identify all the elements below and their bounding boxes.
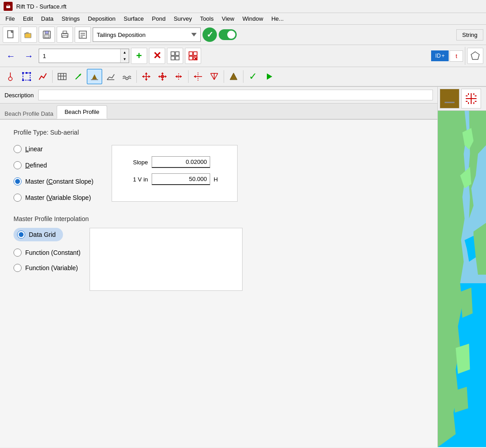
- profile-tool[interactable]: [87, 69, 102, 84]
- tab-row: Beach Profile Data Beach Profile: [0, 104, 437, 120]
- master-variable-radio-item[interactable]: Master (Variable Slope): [14, 194, 94, 202]
- record-input[interactable]: [39, 49, 120, 63]
- fan-tool[interactable]: [207, 69, 222, 84]
- spin-down[interactable]: ▼: [121, 56, 129, 63]
- func-variable-radio[interactable]: [14, 264, 22, 272]
- resize-tool[interactable]: [171, 69, 186, 84]
- master-constant-radio[interactable]: [14, 177, 22, 186]
- svg-marker-60: [194, 75, 196, 78]
- wave-tool[interactable]: [119, 69, 135, 84]
- run-tool[interactable]: [261, 69, 277, 84]
- h-input[interactable]: [152, 173, 210, 185]
- move-snap-tool[interactable]: [155, 69, 170, 84]
- interp-panel: [90, 228, 243, 291]
- svg-rect-18: [189, 52, 193, 55]
- func-variable-label: Function (Variable): [25, 264, 78, 272]
- select-tool[interactable]: [19, 69, 34, 84]
- svg-rect-27: [23, 73, 30, 80]
- defined-radio-item[interactable]: Defined: [14, 161, 94, 169]
- grid-button2[interactable]: [185, 48, 201, 64]
- deposition-dropdown[interactable]: Tailings Deposition: [93, 27, 201, 42]
- svg-marker-44: [145, 72, 148, 74]
- menu-surface[interactable]: Surface: [120, 14, 148, 23]
- svg-rect-3: [25, 33, 31, 38]
- menu-file[interactable]: File: [2, 14, 18, 23]
- description-input[interactable]: [38, 90, 433, 100]
- linear-radio-item[interactable]: Linear: [14, 145, 94, 153]
- crosssection-tool[interactable]: [103, 69, 118, 84]
- menu-survey[interactable]: Survey: [170, 14, 195, 23]
- arrow-tool[interactable]: [71, 69, 86, 84]
- open-button[interactable]: [21, 27, 37, 43]
- svg-marker-52: [158, 75, 160, 78]
- confirm-button[interactable]: ✓: [202, 27, 217, 42]
- svg-marker-57: [180, 75, 182, 78]
- func-constant-radio[interactable]: [14, 249, 22, 257]
- menu-edit[interactable]: Edit: [19, 14, 36, 23]
- spin-up[interactable]: ▲: [121, 49, 129, 56]
- slope-input[interactable]: [152, 156, 210, 168]
- slope-panel: Slope 1 V in H: [112, 145, 238, 202]
- interp-radio-group: Data Grid Function (Constant): [14, 228, 81, 291]
- save-button[interactable]: [39, 27, 55, 43]
- forward-button[interactable]: →: [21, 48, 37, 64]
- master-variable-radio[interactable]: [14, 194, 22, 202]
- slope-label: Slope: [121, 159, 148, 166]
- line-tool[interactable]: [35, 69, 50, 84]
- menu-deposition[interactable]: Deposition: [84, 14, 119, 23]
- menu-window[interactable]: Window: [239, 14, 267, 23]
- menu-view[interactable]: View: [218, 14, 238, 23]
- id-plus-button[interactable]: ID +: [431, 50, 449, 61]
- svg-marker-39: [92, 74, 97, 80]
- beach-profile-tab[interactable]: Beach Profile: [57, 105, 107, 119]
- h-unit: H: [214, 176, 218, 183]
- defined-radio[interactable]: [14, 161, 22, 169]
- menu-tools[interactable]: Tools: [196, 14, 217, 23]
- point-tool[interactable]: [3, 69, 18, 84]
- check-tool[interactable]: ✓: [245, 69, 261, 84]
- svg-point-30: [22, 79, 24, 81]
- func-constant-radio-item[interactable]: Function (Constant): [14, 249, 81, 257]
- interpolation-section: Master Profile Interpolation Data Grid: [14, 215, 424, 291]
- svg-marker-47: [148, 75, 150, 78]
- back-button[interactable]: ←: [3, 48, 19, 64]
- polygon-button[interactable]: [467, 48, 483, 64]
- grid-button1[interactable]: [167, 48, 183, 64]
- svg-marker-53: [165, 75, 166, 78]
- add-button[interactable]: +: [131, 48, 147, 64]
- map-crosshair-button[interactable]: [461, 89, 481, 109]
- data-grid-radio[interactable]: [17, 231, 25, 239]
- toggle-switch[interactable]: [219, 29, 237, 40]
- interpolation-label: Master Profile Interpolation: [14, 215, 424, 222]
- string-button[interactable]: String: [456, 29, 483, 41]
- master-constant-radio-item[interactable]: Master (Constant Slope): [14, 177, 94, 186]
- svg-point-31: [29, 79, 31, 81]
- split-tool[interactable]: [190, 69, 206, 84]
- data-grid-radio-item[interactable]: Data Grid: [14, 228, 81, 241]
- print-button[interactable]: [57, 27, 73, 43]
- map-view[interactable]: [438, 111, 486, 447]
- new-button[interactable]: [3, 27, 19, 43]
- menu-help[interactable]: He...: [268, 14, 287, 23]
- radio-group: Linear Defined Master (Constant Slope): [14, 145, 94, 202]
- t-button[interactable]: t: [450, 50, 463, 62]
- left-panel: Description Beach Profile Data Beach Pro…: [0, 87, 437, 447]
- table-tool[interactable]: [54, 69, 70, 84]
- svg-marker-66: [230, 73, 237, 80]
- separator1: [52, 70, 53, 83]
- data-grid-label: Data Grid: [29, 231, 56, 238]
- svg-rect-69: [445, 102, 454, 103]
- section-label: Beach Profile Data: [4, 110, 53, 119]
- linear-radio[interactable]: [14, 145, 22, 153]
- menu-data[interactable]: Data: [37, 14, 57, 23]
- delete-button[interactable]: ✕: [149, 48, 165, 64]
- linear-label: Linear: [25, 145, 43, 153]
- terrain-tool[interactable]: [226, 69, 241, 84]
- func-variable-radio-item[interactable]: Function (Variable): [14, 264, 81, 272]
- v-label: 1 V in: [121, 176, 148, 183]
- move-all-tool[interactable]: [139, 69, 154, 84]
- menu-strings[interactable]: Strings: [58, 14, 83, 23]
- map-mountain-button[interactable]: [440, 89, 459, 109]
- menu-pond[interactable]: Pond: [148, 14, 169, 23]
- edit-button[interactable]: [75, 27, 91, 43]
